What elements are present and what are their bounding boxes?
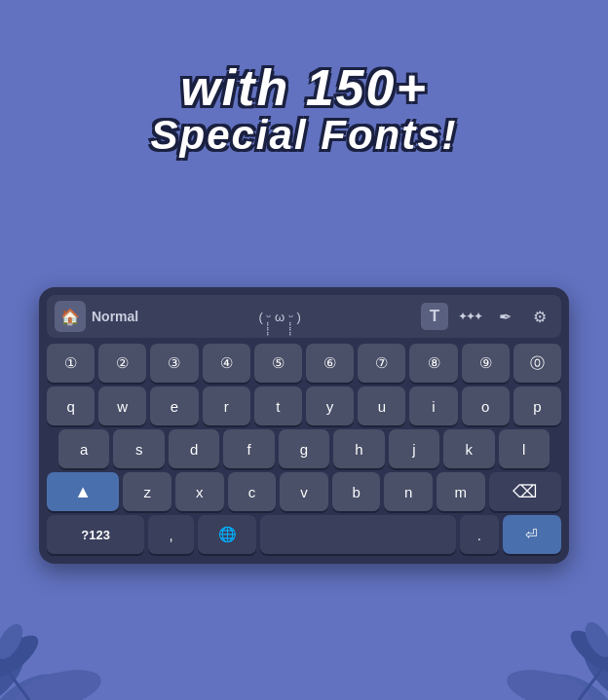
symbols-key[interactable]: ?123 [47,515,144,554]
qwerty-row: q w e r t y u i o p [47,387,561,425]
key-0[interactable]: ⓪ [513,344,561,383]
font-name-label: Normal [92,309,138,324]
globe-key[interactable]: 🌐 [198,515,256,554]
key-q[interactable]: q [47,387,95,425]
topbar-icons: T ✦✦✦ ✒ ⚙ [421,303,553,330]
dot-key[interactable]: . [460,515,499,554]
leaf-decoration [0,564,608,700]
hero-section: with 150+ Special Fonts! [0,58,608,159]
key-z[interactable]: z [123,472,171,511]
comma-key[interactable]: , [148,515,194,554]
key-d[interactable]: d [169,429,219,468]
shift-key[interactable]: ▲ [47,472,119,511]
key-4[interactable]: ④ [203,344,250,383]
sparkle-icon[interactable]: ✦✦✦ [456,303,483,330]
number-row: ① ② ③ ④ ⑤ ⑥ ⑦ ⑧ ⑨ ⓪ [47,344,561,383]
key-r[interactable]: r [203,387,250,425]
key-k[interactable]: k [443,429,494,468]
feather-icon[interactable]: ✒ [491,303,518,330]
hero-line2: Special Fonts! [0,112,608,159]
key-u[interactable]: u [358,387,405,425]
key-p[interactable]: p [513,387,561,425]
key-7[interactable]: ⑦ [358,344,405,383]
key-w[interactable]: w [98,387,146,425]
key-b[interactable]: b [332,472,381,511]
key-s[interactable]: s [113,429,164,468]
bottom-row: ?123 , 🌐 . ⏎ [47,515,561,554]
settings-icon[interactable]: ⚙ [526,303,553,330]
key-8[interactable]: ⑧ [409,344,457,383]
key-m[interactable]: m [437,472,485,511]
key-i[interactable]: i [409,387,457,425]
space-key[interactable] [260,515,456,554]
key-e[interactable]: e [150,387,198,425]
keyboard-topbar: 🏠 Normal ( ᵕ̣̣̣̣̣̣ ω ᵕ̣̣̣̣̣̣ ) T ✦✦✦ ✒ ⚙ [47,295,561,338]
zxcv-row: ▲ z x c v b n m ⌫ [47,472,561,511]
key-y[interactable]: y [306,387,354,425]
key-5[interactable]: ⑤ [254,344,302,383]
emoticon-display: ( ᵕ̣̣̣̣̣̣ ω ᵕ̣̣̣̣̣̣ ) [144,310,415,324]
key-f[interactable]: f [223,429,274,468]
key-l[interactable]: l [499,429,550,468]
key-x[interactable]: x [175,472,224,511]
key-n[interactable]: n [384,472,433,511]
key-3[interactable]: ③ [150,344,198,383]
key-c[interactable]: c [228,472,277,511]
key-1[interactable]: ① [47,344,95,383]
key-9[interactable]: ⑨ [462,344,510,383]
key-t[interactable]: t [254,387,302,425]
key-a[interactable]: a [58,429,109,468]
key-j[interactable]: j [389,429,439,468]
home-button[interactable]: 🏠 [55,301,86,332]
asdf-row: a s d f g h j k l [47,429,561,468]
key-6[interactable]: ⑥ [306,344,354,383]
font-icon[interactable]: T [421,303,448,330]
key-g[interactable]: g [279,429,329,468]
key-o[interactable]: o [462,387,510,425]
enter-key[interactable]: ⏎ [503,515,561,554]
key-h[interactable]: h [333,429,384,468]
backspace-key[interactable]: ⌫ [489,472,561,511]
hero-line1: with 150+ [0,58,608,117]
keyboard: 🏠 Normal ( ᵕ̣̣̣̣̣̣ ω ᵕ̣̣̣̣̣̣ ) T ✦✦✦ ✒ ⚙… [39,287,569,564]
key-2[interactable]: ② [98,344,146,383]
background: with 150+ Special Fonts! 🏠 Normal ( ᵕ̣̣̣… [0,0,608,700]
key-v[interactable]: v [280,472,328,511]
